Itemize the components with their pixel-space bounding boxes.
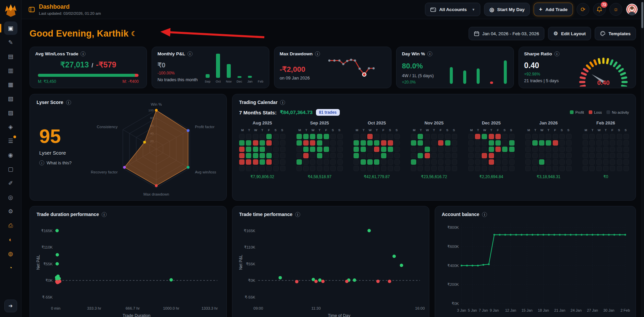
calendar-day-cell[interactable] <box>266 159 272 165</box>
calendar-day-cell[interactable] <box>489 153 494 158</box>
info-icon[interactable] <box>295 212 300 217</box>
calendar-day-cell[interactable] <box>297 159 302 165</box>
calendar-day-cell[interactable] <box>354 147 359 152</box>
info-icon[interactable] <box>554 51 559 56</box>
sidebar-item-analytics[interactable]: ▥ <box>4 64 17 77</box>
sidebar-item-strategy[interactable]: ◈ <box>4 120 17 134</box>
date-range-picker[interactable]: Jan 04, 2026 - Feb 03, 2026 <box>469 27 545 40</box>
trading-calendar-card[interactable]: Trading Calendar 7 Months Stats: ₹84,07,… <box>232 94 636 201</box>
calendar-day-cell[interactable] <box>246 147 251 152</box>
sidebar-item-media[interactable]: ◐ <box>4 233 17 246</box>
calendar-day-cell[interactable] <box>239 153 245 158</box>
info-icon[interactable] <box>80 51 86 56</box>
info-icon[interactable] <box>482 212 487 217</box>
calendar-day-cell[interactable] <box>482 153 487 158</box>
scrollbar-thumb[interactable] <box>641 2 643 28</box>
sidebar-item-coin[interactable]: ◍ <box>4 247 17 260</box>
calendar-day-cell[interactable] <box>425 147 430 152</box>
calendar-day-cell[interactable] <box>354 153 359 158</box>
day-win-card[interactable]: Day Win % 80.0% 4W / 1L (5 days) +20.0% <box>396 47 514 88</box>
calendar-day-cell[interactable] <box>495 134 501 139</box>
calendar-day-cell[interactable] <box>246 140 251 146</box>
calendar-day-cell[interactable] <box>553 140 558 146</box>
calendar-day-cell[interactable] <box>317 147 322 152</box>
calendar-day-cell[interactable] <box>310 134 315 139</box>
start-my-day-button[interactable]: ◎ Start My Day <box>484 3 530 16</box>
what-is-this-link[interactable]: What is this? <box>39 160 71 165</box>
calendar-day-cell[interactable] <box>489 140 494 146</box>
sidebar-item-settings[interactable]: ⚙ <box>4 205 17 218</box>
calendar-day-cell[interactable] <box>532 140 538 146</box>
calendar-day-cell[interactable] <box>411 159 416 165</box>
calendar-day-cell[interactable] <box>239 140 245 146</box>
sidebar-toggle-icon[interactable] <box>28 6 35 13</box>
sidebar-item-daily-journal[interactable]: ✎ <box>4 36 17 49</box>
avg-win-loss-card[interactable]: Avg Win/Loss Trade ₹27,013 / -₹579 M: ₹3… <box>30 47 147 88</box>
calendar-day-cell[interactable] <box>388 140 393 146</box>
account-balance-card[interactable]: Account balance ₹800K₹600K₹400K₹200K₹0K3… <box>435 206 636 317</box>
calendar-day-cell[interactable] <box>266 134 272 139</box>
calendar-day-cell[interactable] <box>509 147 515 152</box>
calendar-day-cell[interactable] <box>303 147 309 152</box>
sidebar-item-funds[interactable]: ◔ <box>4 261 17 274</box>
calendar-day-cell[interactable] <box>297 140 302 146</box>
page-scrollbar[interactable] <box>641 0 644 317</box>
calendar-day-cell[interactable] <box>317 153 322 158</box>
trades-count-badge[interactable]: 81 trades <box>316 109 340 116</box>
sidebar-item-trades[interactable]: ▤ <box>4 50 17 63</box>
sidebar-item-screener[interactable]: ◎ <box>4 191 17 204</box>
calendar-day-cell[interactable] <box>482 134 487 139</box>
sharpe-ratio-card[interactable]: Sharpe Ratio 0.40 +92.98% 21 trades | 5 … <box>519 47 636 88</box>
sidebar-item-ledger[interactable]: ▦ <box>4 78 17 91</box>
calendar-day-cell[interactable] <box>266 140 272 146</box>
notifications-button[interactable]: 73 <box>593 3 606 16</box>
sidebar-item-dashboard[interactable]: ▣ <box>4 21 17 35</box>
calendar-day-cell[interactable] <box>361 147 366 152</box>
calendar-day-cell[interactable] <box>374 147 379 152</box>
calendar-day-cell[interactable] <box>354 140 359 146</box>
calendar-day-cell[interactable] <box>253 159 258 165</box>
info-icon[interactable] <box>427 51 432 56</box>
calendar-day-cell[interactable] <box>411 140 416 146</box>
calendar-day-cell[interactable] <box>239 147 245 152</box>
calendar-day-cell[interactable] <box>374 140 379 146</box>
calendar-day-cell[interactable] <box>324 147 329 152</box>
logout-button[interactable]: ➔ <box>4 300 17 312</box>
sidebar-item-printer[interactable]: ⎙ <box>4 219 17 232</box>
calendar-day-cell[interactable] <box>546 140 551 146</box>
monthly-pnl-card[interactable]: Monthly P&L ₹0 -100.00% No trades this m… <box>152 47 269 88</box>
calendar-day-cell[interactable] <box>539 159 544 165</box>
user-avatar[interactable] <box>626 3 638 15</box>
add-trade-button[interactable]: + Add Trade <box>534 3 573 16</box>
calendar-day-cell[interactable] <box>303 140 309 146</box>
calendar-day-cell[interactable] <box>475 134 480 139</box>
calendar-day-cell[interactable] <box>502 147 507 152</box>
calendar-day-cell[interactable] <box>266 153 272 158</box>
calendar-day-cell[interactable] <box>253 147 258 152</box>
calendar-day-cell[interactable] <box>310 140 315 146</box>
templates-button[interactable]: Templates <box>595 27 636 40</box>
calendar-day-cell[interactable] <box>361 159 366 165</box>
sidebar-item-watchlist[interactable]: ☰ <box>4 134 17 148</box>
calendar-day-cell[interactable] <box>317 140 322 146</box>
calendar-day-cell[interactable] <box>239 159 245 165</box>
calendar-day-cell[interactable] <box>260 140 265 146</box>
app-logo[interactable] <box>3 3 18 18</box>
calendar-day-cell[interactable] <box>374 159 379 165</box>
calendar-day-cell[interactable] <box>425 153 430 158</box>
calendar-day-cell[interactable] <box>367 159 373 165</box>
calendar-day-cell[interactable] <box>418 134 423 139</box>
calendar-day-cell[interactable] <box>489 159 494 165</box>
max-drawdown-card[interactable]: Max Drawdown -₹2,000 on 09 Jan 2026 <box>274 47 391 88</box>
calendar-day-cell[interactable] <box>317 134 322 139</box>
calendar-day-cell[interactable] <box>303 134 309 139</box>
calendar-day-cell[interactable] <box>324 134 329 139</box>
calendar-day-cell[interactable] <box>509 140 515 146</box>
edit-layout-button[interactable]: ⚙ Edit Layout <box>548 27 591 40</box>
refresh-button[interactable]: ⟳ <box>577 3 589 16</box>
trade-time-card[interactable]: Trade time performance ₹165K₹110K₹55K₹0K… <box>232 206 429 317</box>
sidebar-item-chart-gallery[interactable]: ▧ <box>4 92 17 105</box>
calendar-day-cell[interactable] <box>418 153 423 158</box>
calendar-day-cell[interactable] <box>445 140 450 146</box>
calendar-day-cell[interactable] <box>539 140 544 146</box>
